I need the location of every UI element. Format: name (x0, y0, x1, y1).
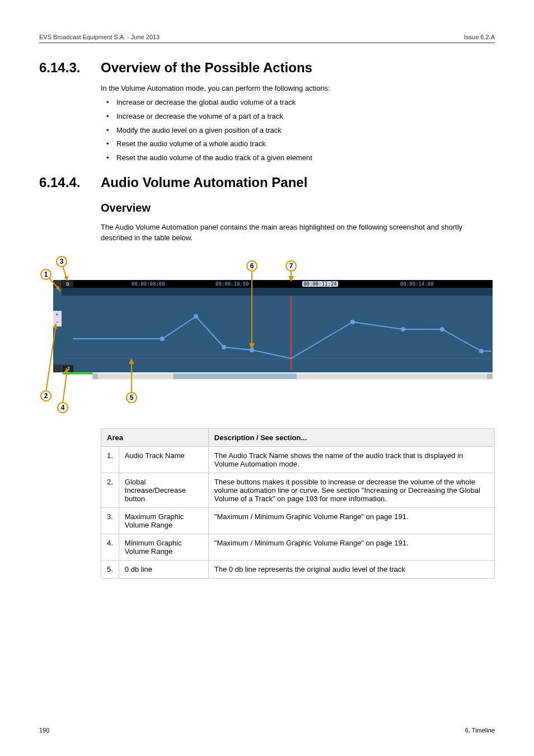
table-row: 2. Global Increase/Decrease button These… (101, 473, 495, 507)
callout-4: 4 (58, 368, 68, 413)
svg-point-11 (160, 337, 165, 341)
ruler-tick: 00:00:08:00 (132, 281, 165, 287)
table-row: 3. Maximum Graphic Volume Range "Maximum… (101, 507, 495, 534)
page-number: 190 (39, 727, 49, 734)
table-row: 1. Audio Track Name The Audio Track Name… (101, 446, 495, 473)
svg-text:4: 4 (61, 404, 65, 412)
svg-point-12 (194, 314, 198, 319)
list-item: Modify the audio level on a given positi… (111, 125, 495, 136)
header-left: EVS Broadcast Equipment S.A. - June 2013 (39, 34, 160, 40)
svg-text:7: 7 (289, 262, 293, 270)
overview-paragraph: The Audio Volume Automation panel contai… (101, 222, 495, 244)
svg-point-13 (222, 345, 226, 349)
callout-7: 7 (286, 261, 296, 282)
page-header: EVS Broadcast Equipment S.A. - June 2013… (39, 34, 495, 43)
section-title: Overview of the Possible Actions (101, 60, 312, 76)
list-item: Reset the audio volume of the audio trac… (111, 153, 495, 164)
svg-text:1: 1 (44, 270, 48, 278)
list-item: Increase or decrease the global audio vo… (111, 97, 495, 108)
svg-point-17 (440, 327, 444, 332)
plus-icon: + (55, 312, 58, 318)
horizontal-scrollbar[interactable] (174, 374, 297, 379)
table-header-desc: Description / See section... (208, 428, 494, 446)
scroll-left-button[interactable] (92, 374, 98, 379)
volume-automation-screenshot: 00:00:08:00 00:00:10:00 00:00:14:00 00:0… (39, 249, 493, 417)
actions-list: Increase or decrease the global audio vo… (101, 97, 495, 164)
header-right: Issue 6.2.A (464, 34, 495, 40)
svg-text:2: 2 (44, 392, 48, 400)
section-number: 6.14.4. (39, 175, 101, 190)
intro-paragraph: In the Volume Automation mode, you can p… (101, 83, 495, 94)
list-item: Increase or decrease the volume of a par… (111, 111, 495, 122)
scroll-right-button[interactable] (487, 374, 493, 379)
section-number: 6.14.3. (39, 60, 101, 76)
svg-text:3: 3 (60, 258, 64, 265)
ruler-tick: 00:00:10:00 (216, 281, 249, 287)
ruler-tick: 00:00:14:00 (400, 281, 434, 287)
svg-text:6: 6 (250, 262, 254, 270)
svg-line-40 (63, 370, 67, 403)
callout-3: 3 (57, 256, 68, 281)
max-range-label: 9 (66, 281, 69, 287)
table-row: 5. 0 db line The 0 db line represents th… (101, 560, 495, 578)
svg-point-15 (350, 320, 355, 324)
subsection-title: Overview (101, 202, 495, 214)
svg-point-16 (401, 327, 405, 332)
section-title: Audio Volume Automation Panel (101, 175, 307, 190)
svg-rect-5 (53, 288, 62, 372)
svg-rect-3 (62, 288, 493, 296)
svg-text:5: 5 (130, 394, 134, 402)
svg-rect-7 (53, 365, 62, 372)
section-6-14-4-heading: 6.14.4. Audio Volume Automation Panel (39, 175, 495, 190)
timecode-box: 00:00:11:24 (303, 281, 337, 287)
svg-point-18 (479, 349, 484, 353)
area-description-table: Area Description / See section... 1. Aud… (101, 428, 495, 578)
section-6-14-3-heading: 6.14.3. Overview of the Possible Actions (39, 60, 495, 76)
chapter-label: 6. Timeline (465, 727, 495, 734)
list-item: Reset the audio volume of a whole audio … (111, 139, 495, 150)
table-header-area: Area (101, 428, 209, 446)
page-footer: 190 6. Timeline (39, 727, 495, 734)
table-row: 4. Minimum Graphic Volume Range "Maximum… (101, 534, 495, 560)
